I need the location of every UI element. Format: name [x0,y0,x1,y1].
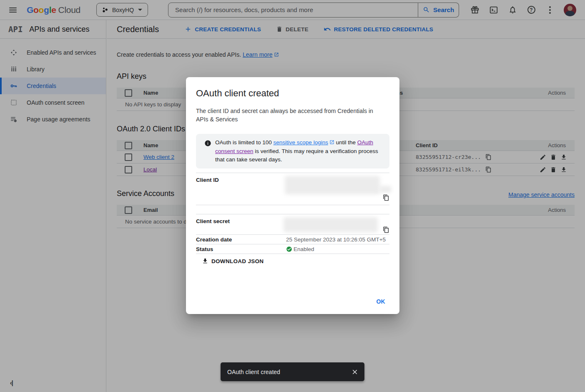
notice-text-2: until the [334,139,357,146]
dialog-fields: Client ID Client secret Creation date 25… [196,173,389,254]
row-spacer [196,205,389,214]
creation-date-value: 25 September 2023 at 10:26:05 GMT+5 [286,236,389,243]
notice-text-1: OAuth is limited to 100 [215,139,274,146]
status-label: Status [196,246,286,252]
verification-notice: OAuth is limited to 100 sensitive scope … [196,134,389,168]
copy-icon[interactable] [383,226,389,234]
status-text: Enabled [294,246,314,252]
redacted-blur [284,217,378,232]
dialog-description: The client ID and secret can always be a… [196,107,379,123]
sensitive-scope-logins-link[interactable]: sensitive scope logins [274,139,328,146]
oauth-client-created-dialog: OAuth client created The client ID and s… [186,77,399,314]
snackbar: OAuth client created [221,362,364,381]
info-icon [200,138,215,164]
client-id-label: Client ID [196,177,286,205]
snackbar-message: OAuth client created [227,369,280,375]
ok-button[interactable]: OK [370,295,391,308]
close-icon[interactable] [351,368,359,376]
client-id-value-redacted [286,177,389,205]
client-id-row: Client ID [196,173,389,205]
creation-date-label: Creation date [196,236,286,243]
dialog-title: OAuth client created [196,88,389,99]
download-icon [202,258,208,264]
notice-text: OAuth is limited to 100 sensitive scope … [215,138,384,164]
redacted-blur [379,186,391,193]
copy-icon[interactable] [383,194,389,202]
client-secret-value-redacted [286,218,389,234]
download-json-label: DOWNLOAD JSON [211,258,264,264]
check-circle-icon [286,246,292,252]
download-json-button[interactable]: DOWNLOAD JSON [202,258,264,264]
creation-date-row: Creation date 25 September 2023 at 10:26… [196,234,389,244]
status-row: Status Enabled [196,244,389,254]
external-link-icon [329,139,334,147]
client-secret-label: Client secret [196,218,286,234]
status-value: Enabled [286,246,389,252]
redacted-blur [285,176,380,194]
client-secret-row: Client secret [196,214,389,234]
